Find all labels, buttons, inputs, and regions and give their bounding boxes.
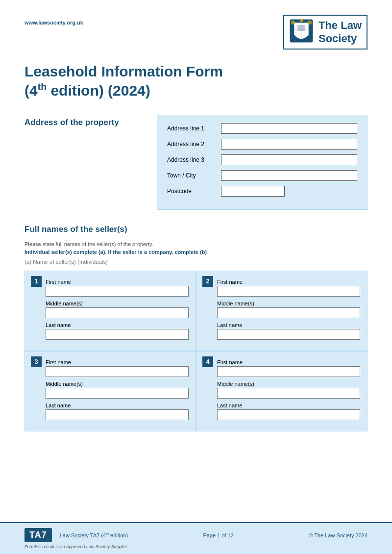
footer: TA7 Law Society TA7 (4th edition) Page 1…	[0, 522, 392, 554]
footer-badge: TA7	[24, 528, 52, 542]
footer-edition: Law Society TA7 (4th edition)	[60, 532, 128, 538]
town-city-input[interactable]	[221, 170, 357, 181]
law-society-crest-icon	[289, 19, 314, 46]
footer-page: Page 1 of 12	[203, 532, 233, 538]
seller-1-fields: First name Middle name(s) Last name	[32, 279, 189, 344]
seller-card-2: 2 First name Middle name(s) Last name	[196, 271, 368, 351]
address-line1-label: Address line 1	[167, 125, 221, 132]
footer-sub: Formless.co.uk is an Approved Law Societ…	[24, 544, 368, 549]
address-line3-label: Address line 3	[167, 156, 221, 163]
seller-1-middlename-input[interactable]	[46, 307, 189, 318]
seller-1-middlename-label: Middle name(s)	[46, 301, 189, 306]
form-title: Leasehold Information Form (4th edition)…	[24, 62, 368, 100]
seller-3-lastname-label: Last name	[46, 403, 189, 408]
address-line2-label: Address line 2	[167, 141, 221, 148]
address-line2-row: Address line 2	[167, 139, 357, 150]
seller-number-3: 3	[31, 356, 42, 367]
seller-card-1: 1 First name Middle name(s) Last name	[24, 271, 196, 351]
town-city-row: Town / City	[167, 170, 357, 181]
address-line2-input[interactable]	[221, 139, 357, 150]
postcode-input[interactable]	[221, 186, 285, 197]
logo-line2: Society	[318, 32, 362, 45]
sellers-sub-instruction: (a) Name of seller(s) (Individuals)	[24, 259, 368, 265]
sellers-instruction: Please state full names of the seller(s)…	[24, 241, 368, 247]
sellers-grid: 1 First name Middle name(s) Last name 2 …	[24, 271, 368, 431]
seller-4-lastname-input[interactable]	[217, 409, 360, 420]
footer-info: Law Society TA7 (4th edition) Page 1 of …	[60, 532, 368, 538]
address-box: Address line 1 Address line 2 Address li…	[157, 115, 368, 210]
svg-point-4	[291, 21, 295, 25]
seller-3-firstname-input[interactable]	[46, 366, 189, 377]
seller-2-middlename-input[interactable]	[217, 307, 360, 318]
seller-number-2: 2	[202, 276, 213, 287]
address-line1-input[interactable]	[221, 123, 357, 134]
seller-number-4: 4	[202, 356, 213, 367]
seller-3-fields: First name Middle name(s) Last name	[32, 359, 189, 424]
seller-card-4: 4 First name Middle name(s) Last name	[196, 351, 368, 431]
page: www.lawsociety.org.uk	[0, 0, 392, 554]
address-line1-row: Address line 1	[167, 123, 357, 134]
seller-1-firstname-label: First name	[46, 279, 189, 285]
logo-line1: The Law	[318, 19, 362, 32]
svg-marker-7	[300, 19, 303, 20]
seller-1-firstname-input[interactable]	[46, 286, 189, 297]
svg-rect-6	[300, 20, 303, 22]
svg-point-5	[308, 21, 312, 25]
seller-4-firstname-label: First name	[217, 359, 360, 365]
footer-copyright: © The Law Society 2024	[309, 532, 368, 538]
address-line3-row: Address line 3	[167, 154, 357, 165]
seller-3-middlename-input[interactable]	[46, 388, 189, 399]
address-line3-input[interactable]	[221, 154, 357, 165]
seller-2-firstname-input[interactable]	[217, 286, 360, 297]
seller-4-fields: First name Middle name(s) Last name	[203, 359, 360, 424]
footer-main: TA7 Law Society TA7 (4th edition) Page 1…	[24, 528, 368, 542]
sellers-section-heading: Full names of the seller(s)	[24, 225, 368, 234]
seller-2-fields: First name Middle name(s) Last name	[203, 279, 360, 344]
postcode-row: Postcode	[167, 186, 357, 197]
header: www.lawsociety.org.uk	[24, 15, 368, 50]
seller-2-lastname-label: Last name	[217, 322, 360, 328]
seller-3-firstname-label: First name	[46, 359, 189, 365]
website-url: www.lawsociety.org.uk	[24, 20, 83, 25]
seller-4-firstname-input[interactable]	[217, 366, 360, 377]
form-title-heading: Leasehold Information Form (4th edition)…	[24, 62, 368, 100]
logo-text: The Law Society	[318, 19, 362, 45]
address-section-heading: Address of the property	[24, 118, 119, 127]
sellers-instruction-bold: Individual seller(s) complete (a). If th…	[24, 249, 368, 255]
seller-2-lastname-input[interactable]	[217, 329, 360, 340]
seller-1-lastname-label: Last name	[46, 322, 189, 328]
postcode-label: Postcode	[167, 188, 221, 195]
address-section: Address of the property Address line 1 A…	[24, 115, 368, 210]
seller-4-middlename-input[interactable]	[217, 388, 360, 399]
sellers-section: Full names of the seller(s) Please state…	[24, 225, 368, 431]
logo-container: The Law Society	[283, 15, 368, 50]
seller-2-middlename-label: Middle name(s)	[217, 301, 360, 306]
seller-1-lastname-input[interactable]	[46, 329, 189, 340]
seller-3-middlename-label: Middle name(s)	[46, 381, 189, 387]
seller-card-3: 3 First name Middle name(s) Last name	[24, 351, 196, 431]
seller-4-lastname-label: Last name	[217, 403, 360, 408]
town-city-label: Town / City	[167, 172, 221, 179]
seller-number-1: 1	[31, 276, 42, 287]
seller-2-firstname-label: First name	[217, 279, 360, 285]
seller-4-middlename-label: Middle name(s)	[217, 381, 360, 387]
seller-3-lastname-input[interactable]	[46, 409, 189, 420]
